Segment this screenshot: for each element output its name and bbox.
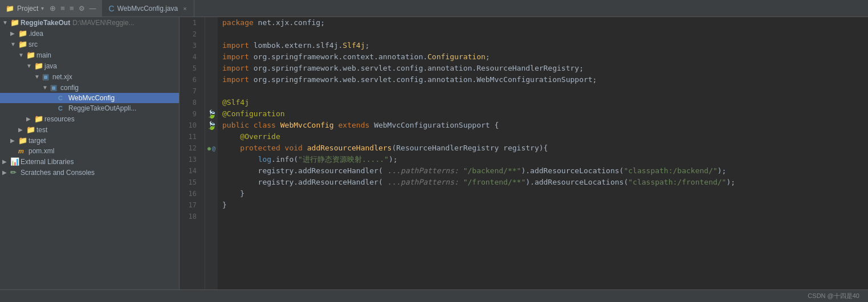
gutter-7 [205,85,218,97]
code-line-2 [222,28,868,40]
gutter-3 [205,40,218,51]
java-class-icon: C [58,95,68,101]
sidebar-item-scratches[interactable]: ▶ ✏ Scratches and Consoles [0,167,179,178]
project-tab-icons: ⊕ ≡ ≡ ⚙ — [50,4,96,13]
line-num-7: 7 [180,85,200,97]
arrow-icon: ▶ [2,158,10,165]
sidebar-item-config[interactable]: ▼ ▣ config [0,82,179,93]
settings-icon[interactable]: ⚙ [79,5,85,13]
sidebar-item-main[interactable]: ▼ 📁 main [0,50,179,60]
sidebar: ▼ 📁 ReggieTakeOut D:\MAVEN\Reggie... ▶ 📁… [0,17,180,289]
gutter-8 [205,97,218,108]
gutter-5 [205,63,218,74]
sidebar-item-resources[interactable]: ▶ 📁 resources [0,113,179,124]
gutter-13 [205,154,218,165]
item-label: WebMvcConfig [68,94,115,102]
ext-lib-icon: 📊 [10,157,21,166]
item-label: ReggieTakeOut [21,19,70,27]
code-line-7 [222,85,868,97]
scope-icon[interactable]: ⊕ [50,4,56,13]
item-path: D:\MAVEN\Reggie... [72,19,134,27]
arrow-icon: ▼ [34,74,42,80]
item-label: config [60,84,79,92]
item-label: resources [44,115,75,123]
item-label: Scratches and Consoles [21,169,95,177]
folder-icon: 📁 [34,115,44,123]
line-num-6: 6 [180,74,200,85]
code-line-17: } [222,199,868,211]
gutter-18 [205,211,218,222]
package-icon: ▣ [50,83,60,92]
sidebar-item-netxjx[interactable]: ▼ ▣ net.xjx [0,71,179,82]
folder-icon: 📁 [10,18,21,27]
sidebar-item-target[interactable]: ▶ 📁 target [0,135,179,146]
arrow-icon: ▼ [10,41,18,47]
folder-icon: 📁 [18,29,28,38]
bottom-bar: CSDN @十四是40 [0,289,868,302]
item-label: test [36,126,47,134]
sidebar-item-webmvcconfig[interactable]: C WebMvcConfig [0,93,179,103]
sidebar-item-test[interactable]: ▶ 📁 test [0,124,179,135]
code-lines[interactable]: package net.xjx.config; import lombok.ex… [218,17,868,289]
arrow-icon: ▼ [42,84,50,91]
line-num-18: 18 [180,211,200,222]
sidebar-item-reggietakeout[interactable]: ▼ 📁 ReggieTakeOut D:\MAVEN\Reggie... [0,17,179,28]
project-tab[interactable]: 📁 Project ▾ ⊕ ≡ ≡ ⚙ — [0,0,102,17]
run-gutter-icon[interactable]: ● [207,145,211,152]
sort-icon[interactable]: ≡ [60,4,65,13]
line-num-14: 14 [180,165,200,177]
gutter: 🍃 🍃 ● @ [205,17,218,289]
line-num-17: 17 [180,199,200,211]
gutter-14 [205,165,218,177]
folder-icon: 📁 [6,5,14,13]
code-line-16: } [222,188,868,199]
code-line-6: import org.springframework.web.servlet.c… [222,74,868,85]
sidebar-item-src[interactable]: ▼ 📁 src [0,39,179,50]
arrow-icon: ▼ [2,19,10,26]
line-num-13: 13 [180,154,200,165]
item-label: target [28,137,46,145]
gutter-2 [205,28,218,40]
item-label: pom.xml [28,147,54,155]
code-line-3: import lombok.extern.slf4j.Slf4j; [222,40,868,51]
file-tab[interactable]: C WebMvcConfig.java × [102,0,194,17]
code-area[interactable]: 1 2 3 4 5 6 7 8 9 10 11 12 13 14 15 16 1… [180,17,868,289]
folder-yellow-icon: 📁 [18,136,28,145]
folder-icon: 📁 [34,62,44,70]
code-line-18 [222,211,868,222]
code-line-10: public class WebMvcConfig extends WebMvc… [222,120,868,131]
line-num-12: 12 [180,142,200,154]
code-line-15: registry.addResourceHandler( ...pathPatt… [222,177,868,188]
line-num-4: 4 [180,51,200,63]
collapse-icon[interactable]: ≡ [70,4,74,13]
close-icon[interactable]: — [89,5,96,13]
sidebar-item-reggietakeoutappli[interactable]: C ReggieTakeOutAppli... [0,103,179,113]
gutter-9: 🍃 [205,108,218,120]
arrow-icon: ▶ [18,126,26,133]
code-line-11: @Override [222,131,868,142]
arrow-icon: ▶ [2,169,10,176]
package-icon: ▣ [42,72,52,81]
code-line-13: log.info("进行静态资源映射....."); [222,154,868,165]
gutter-1 [205,17,218,28]
file-tab-close[interactable]: × [183,5,186,12]
sidebar-item-extlibs[interactable]: ▶ 📊 External Libraries [0,156,179,167]
gutter-16 [205,188,218,199]
java-class-icon: C [58,105,68,112]
line-num-16: 16 [180,188,200,199]
sidebar-item-pomxml[interactable]: m pom.xml [0,146,179,156]
sidebar-item-java[interactable]: ▼ 📁 java [0,60,179,71]
main-content: ▼ 📁 ReggieTakeOut D:\MAVEN\Reggie... ▶ 📁… [0,17,868,289]
project-tab-label: Project [17,5,38,13]
code-line-8: @Slf4j [222,97,868,108]
folder-icon: 📁 [18,40,28,48]
title-bar: 📁 Project ▾ ⊕ ≡ ≡ ⚙ — C WebMvcConfig.jav… [0,0,868,17]
line-num-9: 9 [180,108,200,120]
java-file-icon: C [109,4,115,13]
line-num-8: 8 [180,97,200,108]
sidebar-item-idea[interactable]: ▶ 📁 .idea [0,28,179,39]
code-line-12: protected void addResourceHandlers(Resou… [222,142,868,154]
code-line-14: registry.addResourceHandler( ...pathPatt… [222,165,868,177]
bookmark-gutter-icon[interactable]: @ [212,145,215,152]
folder-icon: 📁 [26,125,36,134]
